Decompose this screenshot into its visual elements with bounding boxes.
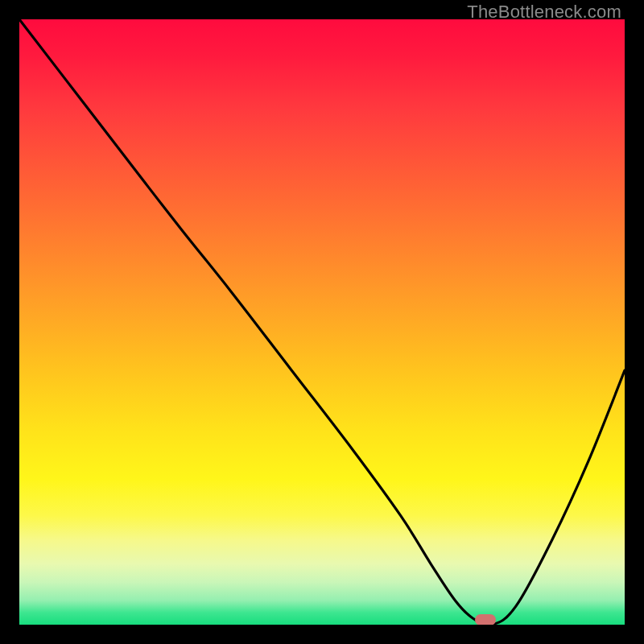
frame-bottom <box>0 625 644 644</box>
chart-canvas: TheBottleneck.com <box>0 0 644 644</box>
optimal-marker <box>475 614 496 625</box>
watermark-text: TheBottleneck.com <box>467 2 621 23</box>
bottleneck-curve <box>19 19 625 625</box>
frame-left <box>0 0 19 644</box>
frame-right <box>625 0 644 644</box>
